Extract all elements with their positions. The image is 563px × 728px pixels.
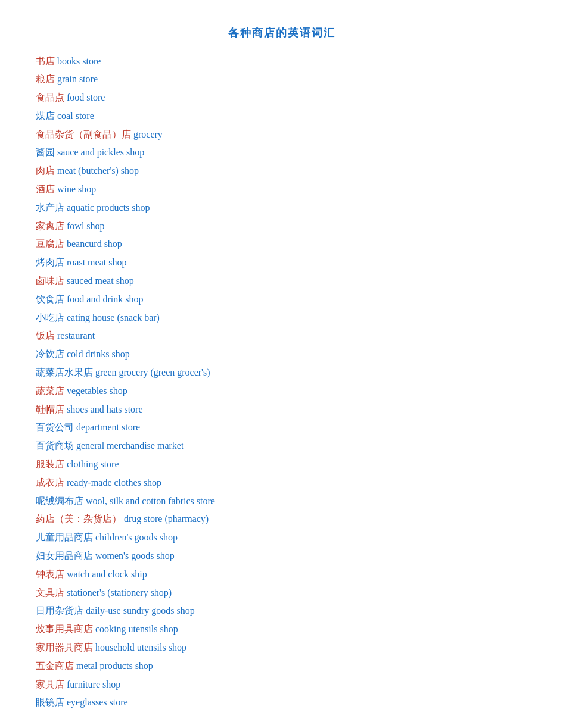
zh-text: 冷饮店 [36, 349, 64, 359]
list-item: 服装店 clothing store [36, 455, 527, 474]
en-text: aquatic products shop [67, 202, 150, 213]
zh-text: 饭店 [36, 330, 55, 340]
list-item: 豆腐店 beancurd shop [36, 235, 527, 254]
zh-text: 蔬菜店水果店 [36, 367, 93, 377]
list-item: 食品点 food store [36, 89, 527, 107]
zh-text: 酱园 [36, 147, 55, 157]
list-item: 蔬菜店水果店 green grocery (green grocer's) [36, 364, 527, 382]
zh-text: 水产店 [36, 202, 64, 213]
list-item: 儿童用品商店 children's goods shop [36, 529, 527, 547]
vocab-list: 书店 books store粮店 grain store食品点 food sto… [36, 52, 527, 713]
en-text: food and drink shop [67, 294, 143, 304]
zh-text: 书店 [36, 56, 55, 66]
en-text: furniture shop [67, 679, 120, 689]
zh-text: 炊事用具商店 [36, 624, 93, 634]
zh-text: 药店（美：杂货店） [36, 514, 122, 524]
zh-text: 家用器具商店 [36, 642, 93, 652]
en-text: food store [67, 92, 105, 102]
zh-text: 钟表店 [36, 569, 64, 579]
en-text: ready-made clothes shop [67, 477, 161, 488]
en-text: restaurant [57, 330, 95, 340]
en-text: household utensils shop [95, 642, 186, 652]
list-item: 日用杂货店 daily-use sundry goods shop [36, 602, 527, 620]
en-text: wine shop [57, 184, 96, 194]
en-text: beancurd shop [67, 239, 122, 249]
en-text: cooking utensils shop [95, 624, 178, 634]
list-item: 药店（美：杂货店） drug store (pharmacy) [36, 510, 527, 529]
list-item: 成衣店 ready-made clothes shop [36, 474, 527, 492]
zh-text: 小吃店 [36, 313, 64, 323]
list-item: 烤肉店 roast meat shop [36, 254, 527, 272]
zh-text: 日用杂货店 [36, 605, 83, 615]
zh-text: 食品杂货（副食品）店 [36, 129, 131, 139]
en-text: wool, silk and cotton fabrics store [86, 496, 215, 506]
zh-text: 妇女用品商店 [36, 551, 93, 561]
list-item: 蔬菜店 vegetables shop [36, 382, 527, 401]
zh-text: 烤肉店 [36, 257, 64, 267]
list-item: 饮食店 food and drink shop [36, 290, 527, 309]
list-item: 百货公司 department store [36, 418, 527, 437]
list-item: 家用器具商店 household utensils shop [36, 639, 527, 657]
en-text: children's goods shop [95, 532, 178, 542]
list-item: 酱园 sauce and pickles shop [36, 143, 527, 162]
en-text: grain store [57, 74, 98, 84]
en-text: green grocery (green grocer's) [95, 367, 210, 377]
list-item: 冷饮店 cold drinks shop [36, 345, 527, 364]
zh-text: 成衣店 [36, 477, 64, 488]
en-text: sauce and pickles shop [57, 147, 144, 157]
list-item: 妇女用品商店 women's goods shop [36, 547, 527, 565]
en-text: clothing store [67, 459, 119, 469]
list-item: 家具店 furniture shop [36, 676, 527, 694]
zh-text: 酒店 [36, 184, 55, 194]
list-item: 呢绒绸布店 wool, silk and cotton fabrics stor… [36, 492, 527, 511]
zh-text: 家禽店 [36, 221, 64, 231]
en-text: department store [76, 422, 140, 432]
zh-text: 眼镜店 [36, 697, 64, 707]
zh-text: 鞋帽店 [36, 404, 64, 414]
zh-text: 蔬菜店 [36, 386, 64, 396]
en-text: roast meat shop [67, 257, 126, 267]
en-text: eating house (snack bar) [67, 313, 160, 323]
zh-text: 呢绒绸布店 [36, 496, 83, 506]
en-text: women's goods shop [95, 551, 175, 561]
page-title: 各种商店的英语词汇 [36, 24, 527, 43]
en-text: books store [57, 56, 101, 66]
zh-text: 文具店 [36, 588, 64, 598]
en-text: general merchandise market [76, 440, 183, 451]
en-text: shoes and hats store [67, 404, 143, 414]
en-text: vegetables shop [67, 386, 127, 396]
list-item: 眼镜店 eyeglasses store [36, 693, 527, 712]
zh-text: 肉店 [36, 165, 55, 176]
list-item: 水产店 aquatic products shop [36, 199, 527, 217]
zh-text: 煤店 [36, 111, 55, 121]
list-item: 钟表店 watch and clock ship [36, 565, 527, 584]
list-item: 鞋帽店 shoes and hats store [36, 401, 527, 419]
zh-text: 百货商场 [36, 440, 74, 451]
list-item: 肉店 meat (butcher's) shop [36, 162, 527, 180]
list-item: 五金商店 metal products shop [36, 657, 527, 676]
zh-text: 家具店 [36, 679, 64, 689]
list-item: 煤店 coal store [36, 107, 527, 126]
zh-text: 粮店 [36, 74, 55, 84]
zh-text: 儿童用品商店 [36, 532, 93, 542]
zh-text: 食品点 [36, 92, 64, 102]
list-item: 书店 books store [36, 52, 527, 71]
list-item: 卤味店 sauced meat shop [36, 272, 527, 290]
en-text: watch and clock ship [67, 569, 147, 579]
list-item: 粮店 grain store [36, 70, 527, 89]
en-text: cold drinks shop [67, 349, 130, 359]
list-item: 酒店 wine shop [36, 180, 527, 199]
en-text: coal store [57, 111, 94, 121]
zh-text: 百货公司 [36, 422, 74, 432]
en-text: fowl shop [67, 221, 105, 231]
list-item: 小吃店 eating house (snack bar) [36, 309, 527, 327]
zh-text: 豆腐店 [36, 239, 64, 249]
en-text: sauced meat shop [67, 276, 134, 286]
list-item: 文具店 stationer's (stationery shop) [36, 584, 527, 602]
en-text: daily-use sundry goods shop [86, 605, 195, 615]
list-item: 百货商场 general merchandise market [36, 437, 527, 455]
en-text: stationer's (stationery shop) [67, 588, 172, 598]
en-text: eyeglasses store [67, 697, 128, 707]
zh-text: 五金商店 [36, 661, 74, 671]
list-item: 食品杂货（副食品）店 grocery [36, 126, 527, 144]
